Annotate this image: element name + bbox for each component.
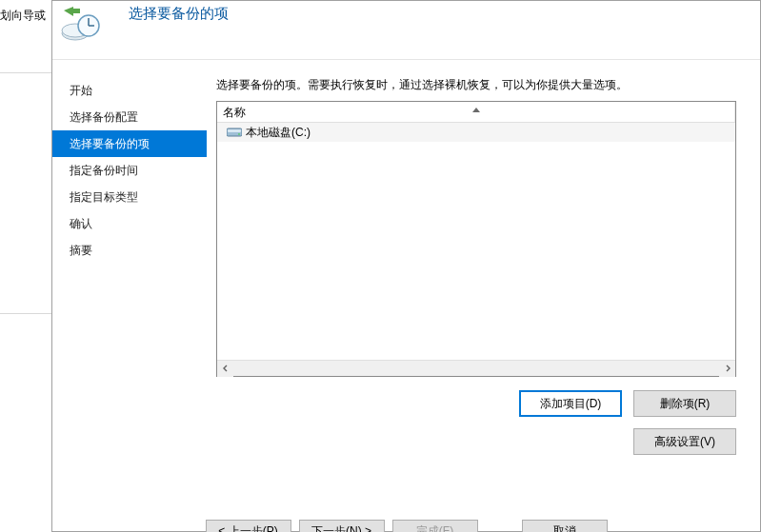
sidebar-item-confirm[interactable]: 确认 <box>52 210 207 237</box>
list-body[interactable]: 本地磁盘(C:) <box>217 123 735 360</box>
next-button[interactable]: 下一步(N) > <box>299 520 385 532</box>
column-header-name-label: 名称 <box>223 106 246 119</box>
finish-button: 完成(F) <box>392 520 478 532</box>
sidebar-item-start[interactable]: 开始 <box>52 77 207 104</box>
sort-ascending-icon <box>472 108 480 112</box>
add-item-button[interactable]: 添加项目(D) <box>519 390 622 417</box>
horizontal-scrollbar[interactable] <box>217 360 735 376</box>
advanced-settings-button[interactable]: 高级设置(V) <box>633 428 736 455</box>
description-text: 选择要备份的项。需要执行恢复时，通过选择裸机恢复，可以为你提供大量选项。 <box>216 77 736 93</box>
wizard-header: 选择要备份的项 <box>52 1 760 60</box>
disk-icon <box>227 127 242 138</box>
sidebar-item-select[interactable]: 选择要备份的项 <box>52 130 207 157</box>
list-header[interactable]: 名称 <box>217 102 735 123</box>
list-item[interactable]: 本地磁盘(C:) <box>217 123 735 142</box>
svg-rect-7 <box>228 129 241 132</box>
svg-rect-5 <box>73 9 80 13</box>
page-title: 选择要备份的项 <box>129 5 229 23</box>
backup-icon <box>60 5 102 46</box>
wizard-main: 选择要备份的项。需要执行恢复时，通过选择裸机恢复，可以为你提供大量选项。 名称 <box>207 60 760 491</box>
sidebar-item-config[interactable]: 选择备份配置 <box>52 104 207 130</box>
sidebar-item-time[interactable]: 指定备份时间 <box>52 157 207 184</box>
svg-point-8 <box>238 133 240 135</box>
remove-item-button[interactable]: 删除项(R) <box>633 390 736 417</box>
wizard-window: 选择要备份的项 开始 选择备份配置 选择要备份的项 指定备份时间 指定目标类型 … <box>51 0 761 532</box>
scroll-left-icon[interactable] <box>217 361 233 377</box>
previous-button[interactable]: < 上一步(P) <box>206 520 291 532</box>
wizard-sidebar: 开始 选择备份配置 选择要备份的项 指定备份时间 指定目标类型 确认 摘要 <box>52 60 207 491</box>
outside-label: 划向导或 <box>0 8 46 24</box>
scroll-right-icon[interactable] <box>719 361 735 377</box>
cancel-button[interactable]: 取消 <box>522 520 608 532</box>
column-header-name[interactable]: 名称 <box>217 102 735 122</box>
sidebar-item-target[interactable]: 指定目标类型 <box>52 184 207 210</box>
list-item-label: 本地磁盘(C:) <box>246 123 310 142</box>
items-listbox[interactable]: 名称 本地磁盘(C:) <box>216 101 736 377</box>
sidebar-item-summary[interactable]: 摘要 <box>52 237 207 264</box>
wizard-footer: < 上一步(P) 下一步(N) > 完成(F) 取消 <box>52 491 760 531</box>
